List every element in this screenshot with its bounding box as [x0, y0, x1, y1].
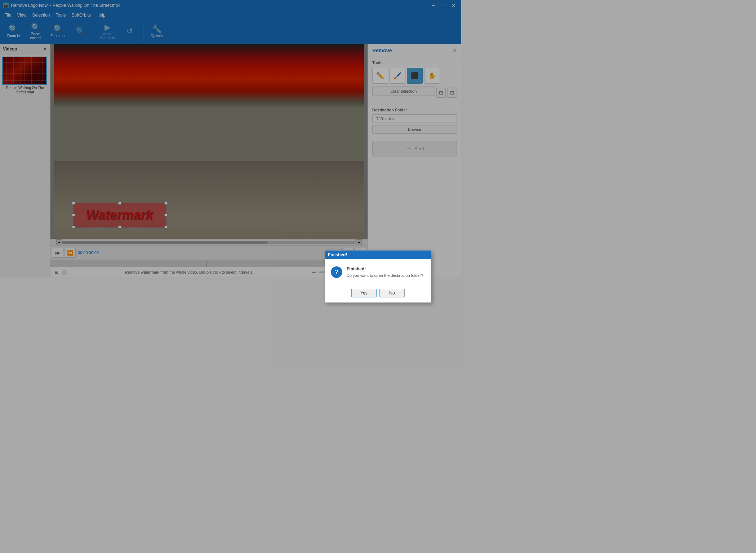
modal-message-title: Finished! [347, 266, 425, 271]
modal-message: Finished! Do you want to open the destin… [347, 266, 425, 277]
modal-message-body: Do you want to open the destination fold… [347, 273, 425, 277]
finished-dialog: Finished! ? Finished! Do you want to ope… [325, 250, 431, 277]
modal-title: Finished! [328, 252, 347, 257]
modal-icon: ? [331, 266, 342, 277]
modal-overlay: Finished! ? Finished! Do you want to ope… [0, 0, 461, 277]
modal-title-bar: Finished! [325, 251, 431, 259]
modal-body: ? Finished! Do you want to open the dest… [325, 259, 431, 277]
